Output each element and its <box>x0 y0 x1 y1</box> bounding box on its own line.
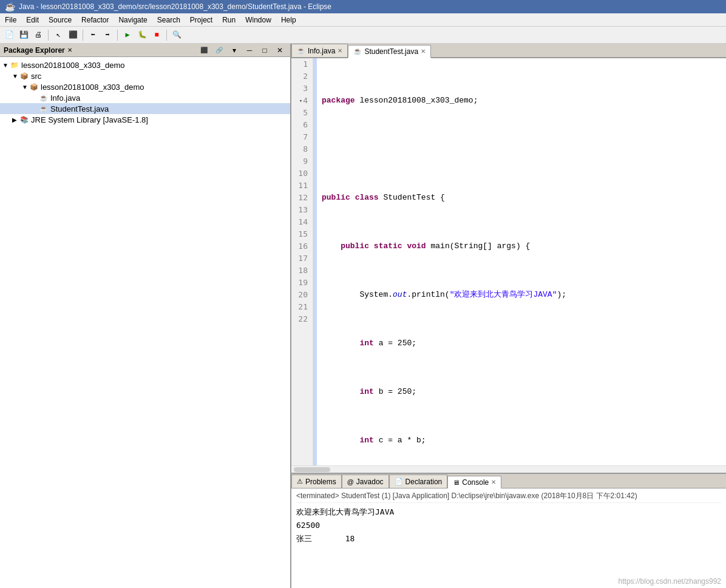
tab-declaration[interactable]: 📄 Declaration <box>389 475 448 488</box>
output-line-1: 欢迎来到北大青鸟学习JAVA <box>296 505 721 519</box>
jre-icon: 📚 <box>19 115 29 124</box>
info-java-arrow: ▶ <box>32 95 39 101</box>
src-arrow: ▼ <box>12 73 19 79</box>
kw-package: package <box>322 95 355 107</box>
line-3: 3 <box>296 83 308 95</box>
tab-info-icon: ☕ <box>297 47 305 55</box>
menu-item-project[interactable]: Project <box>185 15 217 25</box>
menu-item-navigate[interactable]: Navigate <box>114 15 152 25</box>
run-btn[interactable]: ▶ <box>121 29 134 42</box>
line-15: 15 <box>296 228 308 240</box>
package-icon: 📦 <box>29 82 39 92</box>
menu-item-refactor[interactable]: Refactor <box>76 15 114 25</box>
menu-item-file[interactable]: File <box>0 15 21 25</box>
line-14: 14 <box>296 216 308 228</box>
line-8: 8 <box>296 143 308 155</box>
jre-label: JRE System Library [JavaSE-1.8] <box>31 115 148 124</box>
fold-indicator-4[interactable]: ▾ <box>299 95 302 107</box>
code-line-1: package lesson20181008_x303_demo; <box>322 95 721 107</box>
explorer-max-btn[interactable]: □ <box>258 44 271 57</box>
sep1 <box>48 30 49 41</box>
line-13: 13 <box>296 204 308 216</box>
console-label: Console <box>462 478 489 487</box>
declaration-label: Declaration <box>405 478 443 486</box>
line-7: 7 <box>296 131 308 143</box>
explorer-min-btn[interactable]: ─ <box>243 44 256 57</box>
explorer-tab-close[interactable]: ✕ <box>67 47 72 53</box>
tab-console[interactable]: 🖥 Console ✕ <box>447 476 501 489</box>
tree-package[interactable]: ▼ 📦 lesson20181008_x303_demo <box>0 81 290 92</box>
console-icon: 🖥 <box>453 479 460 486</box>
console-tab-close[interactable]: ✕ <box>491 479 496 485</box>
sep3 <box>117 30 118 41</box>
code-line-6: int a = 250; <box>322 337 721 350</box>
line-12: 12 <box>296 192 308 204</box>
line-11: 11 <box>296 180 308 192</box>
console-output-1: 欢迎来到北大青鸟学习JAVA 62500 张三 18 <box>296 505 721 546</box>
tree-src[interactable]: ▼ 📦 src <box>0 70 290 81</box>
kw-public-4: public <box>341 240 369 252</box>
new-btn[interactable]: 📄 <box>2 29 16 42</box>
kw-void: void <box>407 240 426 252</box>
tab-javadoc[interactable]: @ Javadoc <box>342 475 389 488</box>
code-line-8: int c = a * b; <box>322 434 721 447</box>
line-10: 10 <box>296 167 308 180</box>
line-9: 9 <box>296 155 308 167</box>
next-edit-btn[interactable]: ➡ <box>101 29 114 42</box>
save-btn[interactable]: 💾 <box>17 29 30 42</box>
tab-problems[interactable]: ⚠ Problems <box>291 475 342 488</box>
line-4: ▾4 <box>296 95 308 107</box>
kw-public-3: public <box>322 192 350 204</box>
code-line-4: public static void main(String[] args) { <box>322 240 721 252</box>
menu-item-source[interactable]: Source <box>44 15 76 25</box>
collapse-all-btn[interactable]: ⬛ <box>197 44 211 57</box>
sep4 <box>166 30 167 41</box>
tree-studenttest-java[interactable]: ▶ ☕ StudentTest.java <box>0 103 290 114</box>
tab-studenttest-close[interactable]: ✕ <box>421 48 426 55</box>
line-22: 22 <box>296 313 308 325</box>
watermark-text: https://blog.csdn.net/zhangs992 <box>619 577 721 586</box>
menu-item-search[interactable]: Search <box>152 15 185 25</box>
project-arrow: ▼ <box>2 62 10 69</box>
line-2: 2 <box>296 70 308 83</box>
print-btn[interactable]: 🖨 <box>32 29 45 42</box>
tree-info-java[interactable]: ▶ ☕ Info.java <box>0 92 290 103</box>
line-5: 5 <box>296 107 308 119</box>
search-btn[interactable]: 🔍 <box>170 29 183 42</box>
prev-edit-btn[interactable]: ⬅ <box>86 29 100 42</box>
tab-studenttest-label: StudentTest.java <box>364 47 418 56</box>
problems-icon: ⚠ <box>297 478 303 485</box>
menu-item-help[interactable]: Help <box>276 15 301 25</box>
output-line-3: 张三 18 <box>296 532 721 546</box>
stop-btn[interactable]: ■ <box>150 29 163 42</box>
editor-area: ☕ Info.java ✕ ☕ StudentTest.java ✕ 1 2 3… <box>291 44 726 588</box>
line-18: 18 <box>296 265 308 277</box>
main-layout: Package Explorer ✕ ⬛ 🔗 ▾ ─ □ ✕ ▼ 📁 lesso… <box>0 44 726 588</box>
menu-item-window[interactable]: Window <box>240 15 276 25</box>
select-btn[interactable]: ⬛ <box>66 29 80 42</box>
code-editor[interactable]: 1 2 3 ▾4 5 6 7 8 9 10 11 12 13 14 15 <box>291 58 726 473</box>
explorer-close-btn[interactable]: ✕ <box>273 44 287 57</box>
menu-item-run[interactable]: Run <box>217 15 240 25</box>
explorer-menu-btn[interactable]: ▾ <box>228 44 241 57</box>
link-editor-btn[interactable]: 🔗 <box>212 44 226 57</box>
package-label: lesson20181008_x303_demo <box>41 83 144 92</box>
tab-info-close[interactable]: ✕ <box>338 47 342 54</box>
info-java-label: Info.java <box>50 93 80 103</box>
tab-info-java[interactable]: ☕ Info.java ✕ <box>291 44 348 57</box>
javadoc-label: Javadoc <box>356 478 384 486</box>
tree-project[interactable]: ▼ 📁 lesson20181008_x303_demo <box>0 59 290 70</box>
code-hscroll[interactable] <box>291 465 726 473</box>
tab-studenttest-java[interactable]: ☕ StudentTest.java ✕ <box>348 45 431 58</box>
bottom-tabs: ⚠ Problems @ Javadoc 📄 Declaration 🖥 Con… <box>291 474 726 488</box>
studenttest-java-arrow: ▶ <box>32 106 39 112</box>
code-content[interactable]: package lesson20181008_x303_demo; public… <box>317 58 726 465</box>
tree-jre[interactable]: ▶ 📚 JRE System Library [JavaSE-1.8] <box>0 114 290 125</box>
line-6: 6 <box>296 119 308 131</box>
line-21: 21 <box>296 301 308 313</box>
src-icon: 📦 <box>19 71 29 81</box>
debug-btn[interactable]: 🐛 <box>135 29 149 42</box>
cursor-btn[interactable]: ↖ <box>52 29 65 42</box>
menu-item-edit[interactable]: Edit <box>21 15 44 25</box>
hscroll-thumb[interactable] <box>294 467 330 472</box>
